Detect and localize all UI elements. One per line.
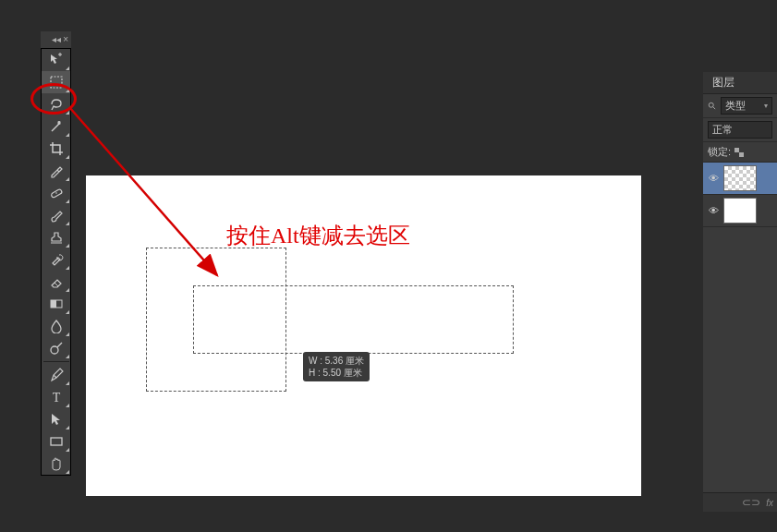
tool-separator xyxy=(43,361,69,362)
svg-point-6 xyxy=(51,346,58,354)
dodge-tool[interactable] xyxy=(42,337,70,359)
link-icon[interactable]: ⊂⊃ xyxy=(742,496,760,509)
lock-transparency-icon[interactable] xyxy=(735,148,744,157)
layer-visibility-icon[interactable]: 👁 xyxy=(707,173,720,184)
svg-line-13 xyxy=(713,106,716,109)
layer-row[interactable]: 👁 xyxy=(703,163,777,195)
svg-line-7 xyxy=(57,343,62,347)
collapse-icon[interactable]: ◂◂ xyxy=(52,35,61,44)
chevron-down-icon: ▾ xyxy=(764,102,768,110)
svg-rect-5 xyxy=(51,300,56,308)
lasso-tool[interactable] xyxy=(42,93,70,115)
annotation-instruction: 按住Alt键减去选区 xyxy=(226,221,410,250)
layer-visibility-icon[interactable]: 👁 xyxy=(707,205,720,216)
layer-filter-dropdown[interactable]: 类型 ▾ xyxy=(721,97,772,115)
hand-tool[interactable] xyxy=(42,453,70,475)
selection-rect-2 xyxy=(193,285,514,354)
blend-mode-dropdown[interactable]: 正常 xyxy=(708,121,772,139)
fx-button[interactable]: fx xyxy=(766,498,773,508)
tools-panel-header: ◂◂ × xyxy=(41,31,71,48)
tools-panel: ◂◂ × T xyxy=(41,31,71,476)
svg-rect-14 xyxy=(735,148,739,152)
layer-thumbnail xyxy=(723,198,757,224)
rectangle-tool[interactable] xyxy=(42,430,70,453)
stamp-tool[interactable] xyxy=(42,226,70,248)
layer-thumbnail xyxy=(723,165,757,191)
layers-panel: 图层 类型 ▾ 正常 锁定: 👁👁 ⊂⊃ fx xyxy=(703,72,777,512)
healing-brush-tool[interactable] xyxy=(42,182,70,204)
layer-filter-row: 类型 ▾ xyxy=(703,94,777,118)
gradient-tool[interactable] xyxy=(42,293,70,315)
svg-line-3 xyxy=(55,283,58,286)
layers-list: 👁👁 xyxy=(703,163,777,227)
layers-tab[interactable]: 图层 xyxy=(703,72,777,94)
brush-tool[interactable] xyxy=(42,204,70,226)
lock-row: 锁定: xyxy=(703,142,777,163)
crop-tool[interactable] xyxy=(42,138,70,160)
close-icon[interactable]: × xyxy=(63,35,68,44)
layer-row[interactable]: 👁 xyxy=(703,195,777,227)
measurement-tooltip: W : 5.36 厘米 H : 5.50 厘米 xyxy=(303,352,370,381)
blend-mode-row: 正常 xyxy=(703,118,777,142)
svg-rect-15 xyxy=(739,152,744,157)
pen-tool[interactable] xyxy=(42,364,70,386)
svg-text:T: T xyxy=(52,391,60,405)
svg-point-2 xyxy=(55,192,57,194)
path-select-tool[interactable] xyxy=(42,408,70,430)
move-tool[interactable] xyxy=(42,49,70,71)
type-tool[interactable]: T xyxy=(42,386,70,408)
svg-rect-0 xyxy=(51,77,62,88)
svg-rect-9 xyxy=(51,438,62,445)
search-icon xyxy=(708,102,717,111)
magic-wand-tool[interactable] xyxy=(42,115,70,138)
layers-footer: ⊂⊃ fx xyxy=(703,493,777,512)
eyedropper-tool[interactable] xyxy=(42,160,70,182)
blur-tool[interactable] xyxy=(42,315,70,337)
marquee-tool[interactable] xyxy=(42,71,70,93)
history-brush-tool[interactable] xyxy=(42,248,70,271)
eraser-tool[interactable] xyxy=(42,271,70,293)
layers-empty-area xyxy=(703,227,777,493)
svg-point-12 xyxy=(709,103,713,107)
